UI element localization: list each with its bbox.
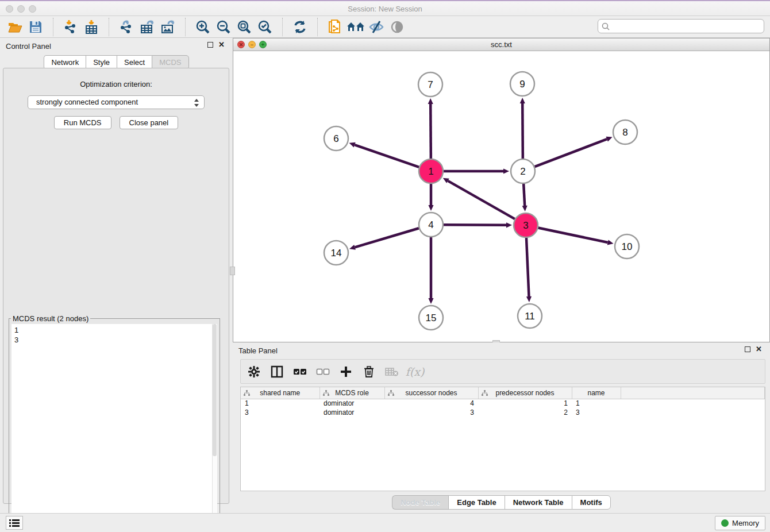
node-label-7: 7 bbox=[428, 79, 433, 90]
task-history-button[interactable] bbox=[6, 516, 23, 530]
float-panel-icon[interactable] bbox=[207, 42, 213, 48]
column-header-successor-nodes[interactable]: successor nodes bbox=[384, 387, 478, 399]
close-table-panel-icon[interactable]: ✕ bbox=[756, 346, 762, 352]
close-panel-button[interactable]: Close panel bbox=[120, 116, 179, 129]
deselect-all-icon[interactable] bbox=[315, 364, 330, 379]
cell[interactable]: 4 bbox=[384, 399, 478, 408]
save-session-icon[interactable] bbox=[25, 18, 46, 36]
edge-3-11[interactable] bbox=[526, 238, 529, 296]
delete-column-icon[interactable] bbox=[361, 364, 376, 379]
mcds-result-title: MCDS result (2 nodes) bbox=[11, 314, 90, 323]
memory-label: Memory bbox=[732, 519, 759, 527]
node-label-14: 14 bbox=[331, 248, 342, 259]
edge-4-14[interactable] bbox=[355, 228, 419, 247]
edge-2-9[interactable] bbox=[522, 103, 523, 159]
cell[interactable]: 2 bbox=[478, 408, 572, 417]
memory-button[interactable]: Memory bbox=[715, 516, 765, 530]
zoom-out-icon[interactable] bbox=[213, 18, 234, 36]
column-header-shared-name[interactable]: shared name bbox=[241, 387, 319, 399]
mcds-panel: Optimization criterion: strongly connect… bbox=[3, 68, 229, 504]
control-panel: Control Panel ✕ NetworkStyleSelectMCDS O… bbox=[0, 38, 233, 510]
cell[interactable]: 1 bbox=[241, 399, 319, 408]
table-row[interactable]: 1dominator411 bbox=[241, 399, 765, 408]
edge-3-1[interactable] bbox=[448, 181, 515, 219]
node-label-4: 4 bbox=[428, 219, 433, 230]
optimization-criterion-select[interactable]: strongly connected component bbox=[28, 95, 205, 109]
edge-1-6[interactable] bbox=[355, 145, 419, 167]
float-table-panel-icon[interactable] bbox=[745, 346, 750, 352]
network-window-titlebar[interactable]: ✕ − + scc.txt bbox=[233, 38, 769, 51]
first-neighbors-icon[interactable] bbox=[345, 18, 366, 36]
network-graph[interactable]: 7968124314101511 bbox=[233, 51, 769, 342]
select-all-icon[interactable] bbox=[292, 364, 307, 379]
delete-table-icon bbox=[384, 364, 399, 379]
search-icon bbox=[602, 22, 610, 30]
window-titlebar: Session: New Session bbox=[0, 0, 770, 16]
run-mcds-button[interactable]: Run MCDS bbox=[54, 116, 111, 129]
column-header-predecessor-nodes[interactable]: predecessor nodes bbox=[478, 387, 572, 399]
edge-3-10[interactable] bbox=[538, 228, 608, 242]
zoom-fit-icon[interactable] bbox=[234, 18, 255, 36]
copy-network-icon[interactable] bbox=[325, 18, 345, 36]
export-table-icon[interactable] bbox=[137, 18, 157, 36]
column-header-name[interactable]: name bbox=[572, 387, 621, 399]
cell[interactable]: 3 bbox=[241, 408, 319, 417]
node-label-1: 1 bbox=[428, 166, 433, 177]
dropdown-value: strongly connected component bbox=[36, 98, 138, 106]
task-list-icon bbox=[9, 519, 20, 527]
cell[interactable]: 3 bbox=[572, 408, 621, 417]
export-network-icon[interactable] bbox=[116, 18, 137, 36]
dropdown-stepper-icon bbox=[194, 98, 199, 107]
edge-1-7[interactable] bbox=[430, 104, 431, 159]
cell[interactable]: 1 bbox=[478, 399, 572, 408]
column-header-MCDS-role[interactable]: MCDS role bbox=[319, 387, 384, 399]
edge-2-3[interactable] bbox=[523, 184, 525, 206]
hide-selected-icon[interactable] bbox=[366, 18, 387, 36]
tab-node-table[interactable]: Node Table bbox=[392, 495, 448, 510]
tab-motifs[interactable]: Motifs bbox=[572, 495, 611, 510]
edge-4-3[interactable] bbox=[444, 225, 506, 225]
mcds-result-text: 1 3 bbox=[11, 324, 217, 345]
mcds-result-group: MCDS result (2 nodes) 1 3 bbox=[9, 314, 220, 529]
node-label-6: 6 bbox=[333, 133, 338, 144]
node-label-15: 15 bbox=[426, 313, 437, 323]
status-bar: Memory bbox=[0, 513, 770, 532]
cell-filler bbox=[621, 408, 765, 417]
window-title: Session: New Session bbox=[0, 5, 770, 13]
close-panel-icon[interactable]: ✕ bbox=[218, 42, 225, 48]
search-input[interactable] bbox=[612, 20, 761, 32]
zoom-in-icon[interactable] bbox=[192, 18, 213, 36]
node-label-10: 10 bbox=[622, 241, 633, 252]
tab-network-table[interactable]: Network Table bbox=[505, 495, 572, 510]
main-toolbar bbox=[0, 16, 770, 38]
node-table[interactable]: shared nameMCDS rolesuccessor nodesprede… bbox=[240, 387, 765, 491]
table-toolbar: f(x) bbox=[240, 359, 765, 384]
export-image-icon[interactable] bbox=[157, 18, 178, 36]
node-label-3: 3 bbox=[523, 220, 528, 231]
search-box[interactable] bbox=[598, 19, 764, 33]
vertical-splitter-handle[interactable] bbox=[230, 267, 235, 275]
settings-gear-icon[interactable] bbox=[247, 364, 261, 379]
add-column-icon[interactable] bbox=[338, 364, 353, 379]
mcds-result-textarea[interactable]: 1 3 bbox=[11, 324, 217, 529]
cell[interactable]: dominator bbox=[319, 408, 384, 417]
cell[interactable]: 1 bbox=[572, 399, 621, 408]
application-window: Session: New Session bbox=[0, 0, 770, 532]
memory-status-icon bbox=[721, 519, 729, 527]
tab-edge-table[interactable]: Edge Table bbox=[448, 495, 504, 510]
import-network-icon[interactable] bbox=[60, 18, 81, 36]
import-table-icon[interactable] bbox=[81, 18, 102, 36]
table-row[interactable]: 3dominator323 bbox=[241, 408, 765, 417]
zoom-selected-icon[interactable] bbox=[255, 18, 275, 36]
open-session-icon[interactable] bbox=[5, 18, 25, 36]
cell[interactable]: dominator bbox=[319, 399, 384, 408]
network-window-title: scc.txt bbox=[233, 40, 769, 49]
result-scrollbar[interactable] bbox=[212, 324, 217, 529]
network-canvas[interactable]: 7968124314101511 bbox=[233, 51, 769, 342]
refresh-layout-icon[interactable] bbox=[290, 18, 310, 36]
table-tabs: Node TableEdge TableNetwork TableMotifs bbox=[233, 495, 770, 510]
column-view-icon[interactable] bbox=[270, 364, 284, 379]
show-all-icon[interactable] bbox=[387, 18, 407, 36]
cell[interactable]: 3 bbox=[384, 408, 478, 417]
edge-2-8[interactable] bbox=[535, 139, 607, 167]
